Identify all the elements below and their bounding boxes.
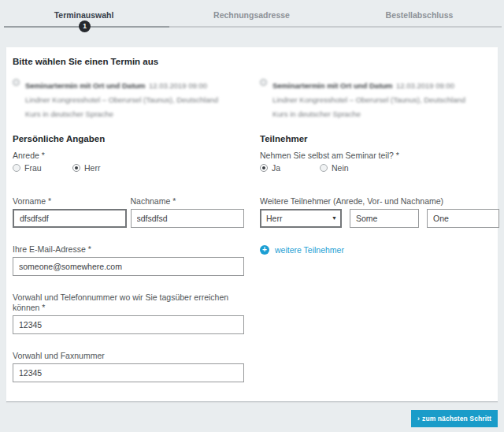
next-step-button-label: zum nächsten Schritt bbox=[422, 415, 491, 423]
radio-herr-circle[interactable] bbox=[72, 164, 80, 172]
tab-bestellabschluss[interactable]: Bestellabschluss bbox=[335, 10, 503, 20]
radio-ja-label: Ja bbox=[272, 163, 280, 173]
email-label: Ihre E-Mail-Adresse * bbox=[13, 244, 244, 255]
radio-ja[interactable]: Ja bbox=[260, 163, 320, 173]
vorname-input[interactable] bbox=[13, 209, 127, 228]
fax-input[interactable] bbox=[13, 363, 244, 382]
termin-option-title-blurred: Seminartermin mit Ort und Datum bbox=[272, 81, 393, 90]
termin-option-language-blurred: Kurs in deutscher Sprache bbox=[25, 110, 113, 118]
email-input[interactable] bbox=[13, 257, 244, 276]
chevron-right-icon: › bbox=[417, 415, 420, 423]
participant-anrede-select[interactable]: Herr bbox=[260, 209, 342, 228]
radio-herr[interactable]: Herr bbox=[72, 163, 132, 173]
termin-options: Seminartermin mit Ort und Datum 12.03.20… bbox=[13, 77, 495, 120]
add-participant-link[interactable]: + weitere Teilnehmer bbox=[260, 245, 497, 255]
personal-heading: Persönliche Angaben bbox=[13, 134, 244, 143]
selbst-teilnahme-label: Nehmen Sie selbst am Seminar teil? * bbox=[260, 151, 497, 161]
form-footer: ›zum nächsten Schritt bbox=[6, 410, 498, 427]
booking-form-card: Bitte wählen Sie einen Termin aus Semina… bbox=[6, 47, 498, 402]
termin-option-1[interactable]: Seminartermin mit Ort und Datum 12.03.20… bbox=[13, 77, 244, 120]
add-participant-label: weitere Teilnehmer bbox=[275, 245, 344, 255]
selbst-teilnahme-radio-group: Ja Nein bbox=[260, 163, 497, 173]
termin-option-language-blurred: Kurs in deutscher Sprache bbox=[272, 110, 361, 118]
next-step-button[interactable]: ›zum nächsten Schritt bbox=[411, 410, 498, 427]
nachname-input[interactable] bbox=[131, 209, 245, 228]
participant-row: Herr ▼ bbox=[260, 209, 497, 228]
vorname-label: Vorname * bbox=[13, 196, 127, 207]
tab-terminauswahl[interactable]: Terminauswahl bbox=[0, 10, 168, 20]
participant-vorname-input[interactable] bbox=[350, 209, 419, 228]
anrede-label: Anrede * bbox=[13, 151, 244, 161]
telefon-label: Vorwahl und Telefonnummer wo wir Sie tag… bbox=[13, 292, 244, 313]
radio-nein[interactable]: Nein bbox=[320, 163, 380, 173]
termin-option-date-blurred: 12.03.2019 09:00 bbox=[149, 81, 207, 90]
fax-label: Vorwahl und Faxnummer bbox=[13, 351, 244, 361]
radio-herr-label: Herr bbox=[84, 163, 100, 173]
termin-option-location-blurred: Lindner Kongresshotel – Oberursel (Taunu… bbox=[272, 95, 465, 104]
participant-nachname-input[interactable] bbox=[427, 209, 499, 228]
telefon-input[interactable] bbox=[13, 315, 244, 334]
teilnehmer-section: Teilnehmer Nehmen Sie selbst am Seminar … bbox=[260, 134, 497, 382]
nachname-label: Nachname * bbox=[131, 196, 245, 207]
anrede-radio-group: Frau Herr bbox=[13, 163, 244, 173]
personal-section: Persönliche Angaben Anrede * Frau Herr V… bbox=[13, 134, 244, 382]
weitere-teilnehmer-label: Weitere Teilnehmer (Anrede, Vor- und Nac… bbox=[260, 196, 497, 207]
termin-radio-1[interactable] bbox=[13, 79, 20, 86]
radio-frau[interactable]: Frau bbox=[13, 163, 72, 173]
radio-frau-label: Frau bbox=[24, 163, 42, 173]
termin-option-2[interactable]: Seminartermin mit Ort und Datum 12.03.20… bbox=[260, 77, 497, 120]
tab-rechnungsadresse[interactable]: Rechnungsadresse bbox=[168, 10, 335, 20]
step-number-badge: 1 bbox=[79, 20, 91, 32]
plus-circle-icon: + bbox=[260, 245, 269, 255]
radio-nein-label: Nein bbox=[332, 163, 349, 173]
termin-option-date-blurred: 12.03.2019 09:00 bbox=[396, 81, 454, 90]
teilnehmer-heading: Teilnehmer bbox=[260, 134, 497, 143]
termin-heading: Bitte wählen Sie einen Termin aus bbox=[13, 57, 495, 66]
radio-nein-circle[interactable] bbox=[320, 164, 328, 172]
radio-frau-circle[interactable] bbox=[13, 164, 20, 172]
radio-ja-circle[interactable] bbox=[260, 164, 268, 172]
step-progress-bar: Terminauswahl Rechnungsadresse Bestellab… bbox=[0, 0, 504, 47]
termin-radio-2[interactable] bbox=[260, 79, 267, 86]
termin-option-location-blurred: Lindner Kongresshotel – Oberursel (Taunu… bbox=[25, 95, 218, 104]
termin-option-title-blurred: Seminartermin mit Ort und Datum bbox=[25, 81, 146, 90]
